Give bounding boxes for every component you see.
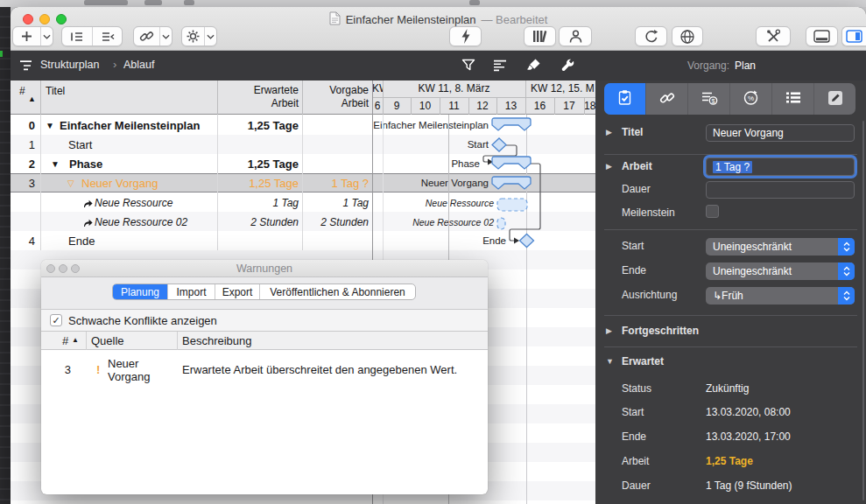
column-divider[interactable] xyxy=(40,80,41,115)
tab-attributes[interactable] xyxy=(771,83,813,115)
work-breakdown-icon[interactable] xyxy=(19,60,35,75)
resource-row-1[interactable]: Neue Ressource 1 Tag 1 Tag xyxy=(11,192,595,212)
tab-export[interactable]: Export xyxy=(215,284,259,299)
add-task-menu-chevron-icon[interactable] xyxy=(40,27,53,46)
resources-button[interactable] xyxy=(559,26,592,46)
indent-icon[interactable] xyxy=(62,27,92,46)
tab-import[interactable]: Import xyxy=(167,284,215,299)
document-icon xyxy=(329,11,341,28)
column-header-num[interactable]: # xyxy=(19,85,25,97)
disclosure-open-icon[interactable]: ▼ xyxy=(46,121,54,130)
column-header-given[interactable]: VorgabeArbeit xyxy=(303,84,369,110)
section-erwartet[interactable]: Erwartet xyxy=(622,355,664,368)
settings-wrench-icon[interactable] xyxy=(560,58,575,76)
dialog-col-divider[interactable] xyxy=(177,332,178,350)
day-header: 6 xyxy=(372,100,383,112)
background-window-fragment xyxy=(144,0,162,5)
column-divider[interactable] xyxy=(302,80,303,115)
toggle-inspector-button[interactable] xyxy=(841,26,866,46)
expected-start-label: Start xyxy=(622,406,644,418)
dialog-col-source[interactable]: Quelle xyxy=(91,334,124,347)
tab-progress[interactable]: % xyxy=(729,83,771,115)
tools-button[interactable] xyxy=(756,26,791,46)
actions-menu-chevron-icon[interactable] xyxy=(204,27,216,46)
disclosure-open-icon[interactable]: ▼ xyxy=(606,357,614,366)
outline-row-1[interactable]: 1 Start xyxy=(11,135,595,154)
arbeit-input-focused[interactable]: 1 Tag ? xyxy=(706,158,855,176)
table-header: # ▲ Titel ErwarteteArbeit VorgabeArbeit … xyxy=(11,80,595,115)
dauer-field-label: Dauer xyxy=(622,183,651,195)
disclosure-open-icon[interactable]: ▼ xyxy=(51,159,60,169)
breadcrumb-current[interactable]: Ablauf xyxy=(123,59,154,71)
dialog-segmented-control: Planung Import Export Veröffentlichen & … xyxy=(112,284,416,300)
network-button[interactable] xyxy=(672,26,703,46)
ende-constraint-label: Ende xyxy=(622,264,646,276)
breadcrumb-root[interactable]: Strukturplan xyxy=(40,59,99,71)
tab-planung[interactable]: Planung xyxy=(113,284,167,299)
status-value: Zukünftig xyxy=(706,382,749,395)
day-header: 11 xyxy=(440,100,468,112)
assignment-arrow-icon xyxy=(83,217,93,230)
divider xyxy=(604,346,857,347)
conflicts-button[interactable] xyxy=(449,26,482,46)
expected-arbeit-label: Arbeit xyxy=(622,455,649,467)
dialog-col-description[interactable]: Beschreibung xyxy=(182,334,252,347)
outdent-icon[interactable] xyxy=(92,27,122,46)
dialog-title: Warnungen xyxy=(41,262,488,275)
link-icon[interactable] xyxy=(134,27,159,46)
meilenstein-checkbox[interactable] xyxy=(706,205,719,218)
add-task-button[interactable] xyxy=(13,27,40,46)
gantt-label: Einfacher Meilensteinplan xyxy=(313,120,489,130)
tab-finance[interactable]: $ xyxy=(687,83,729,115)
tab-links[interactable] xyxy=(645,83,687,115)
section-fortgeschritten[interactable]: Fortgeschritten xyxy=(622,325,699,337)
dialog-warning-row[interactable]: 3 ! Neuer Vorgang Erwartete Arbeit übers… xyxy=(41,350,488,494)
week-divider xyxy=(525,80,526,115)
outline-row-3-selected[interactable]: 3 ▽ Neuer Vorgang 1,25 Tage 1 Tag ? xyxy=(11,173,595,192)
filter-icon[interactable] xyxy=(461,59,475,75)
outline-row-0[interactable]: 0 ▼ Einfacher Meilensteinplan 1,25 Tage xyxy=(11,116,595,135)
disclosure-closed-icon[interactable]: ▶ xyxy=(606,162,612,171)
library-button[interactable] xyxy=(524,26,556,46)
outline-row-4[interactable]: 4 Ende xyxy=(11,231,595,250)
sort-asc-icon[interactable]: ▲ xyxy=(28,94,36,103)
day-divider xyxy=(440,97,440,115)
dauer-input[interactable] xyxy=(706,181,855,199)
toggle-bottom-panel-button[interactable] xyxy=(806,26,838,46)
column-divider[interactable] xyxy=(372,80,373,115)
sort-asc-icon[interactable]: ▲ xyxy=(72,336,79,344)
column-header-expected[interactable]: ErwarteteArbeit xyxy=(218,84,299,110)
cost-list-icon: $ xyxy=(701,89,718,108)
link-menu-chevron-icon[interactable] xyxy=(159,27,172,46)
resource-row-2[interactable]: Neue Ressource 02 2 Stunden 2 Stunden xyxy=(11,212,595,231)
day-header: 9 xyxy=(383,100,411,112)
outline-row-2[interactable]: 2 ▼ Phase 1,25 Tage xyxy=(11,154,595,173)
ende-constraint-dropdown[interactable]: Uneingeschränkt xyxy=(706,262,855,280)
start-constraint-dropdown[interactable]: Uneingeschränkt xyxy=(706,238,855,256)
weak-conflicts-checkbox[interactable]: ✓ xyxy=(50,314,62,326)
chain-link-icon xyxy=(659,90,675,108)
style-brush-icon[interactable] xyxy=(526,58,541,76)
sync-button[interactable] xyxy=(635,26,667,46)
view-options-icon[interactable] xyxy=(493,60,507,75)
tab-notes[interactable] xyxy=(813,83,855,115)
dialog-col-divider[interactable] xyxy=(86,332,87,350)
tab-task-info[interactable] xyxy=(604,83,645,115)
titel-input[interactable]: Neuer Vorgang xyxy=(706,124,855,142)
ausrichtung-dropdown[interactable]: ↳Früh xyxy=(706,287,855,304)
inspector-panel: $ % ▶ Titel Neuer Vorgang ▶ Arbeit 1 Tag… xyxy=(595,80,866,504)
day-divider xyxy=(554,97,555,115)
expected-start-value: 13.03.2020, 08:00 xyxy=(706,406,791,418)
disclosure-open-outline-icon[interactable]: ▽ xyxy=(67,178,74,188)
disclosure-closed-icon[interactable]: ▶ xyxy=(606,128,612,136)
sync-arrows-icon xyxy=(636,27,666,46)
day-header: 18 xyxy=(584,100,595,112)
gear-icon[interactable] xyxy=(182,27,204,46)
tab-veroeffentlichen[interactable]: Veröffentlichen & Abonnieren xyxy=(259,284,415,299)
edited-badge: — Bearbeitet xyxy=(482,13,548,26)
column-header-title[interactable]: Titel xyxy=(46,85,65,97)
column-divider[interactable] xyxy=(217,80,218,115)
disclosure-closed-icon[interactable]: ▶ xyxy=(606,326,612,335)
inspector-scrollbar[interactable] xyxy=(862,121,864,500)
dialog-col-num[interactable]: # xyxy=(62,334,68,347)
